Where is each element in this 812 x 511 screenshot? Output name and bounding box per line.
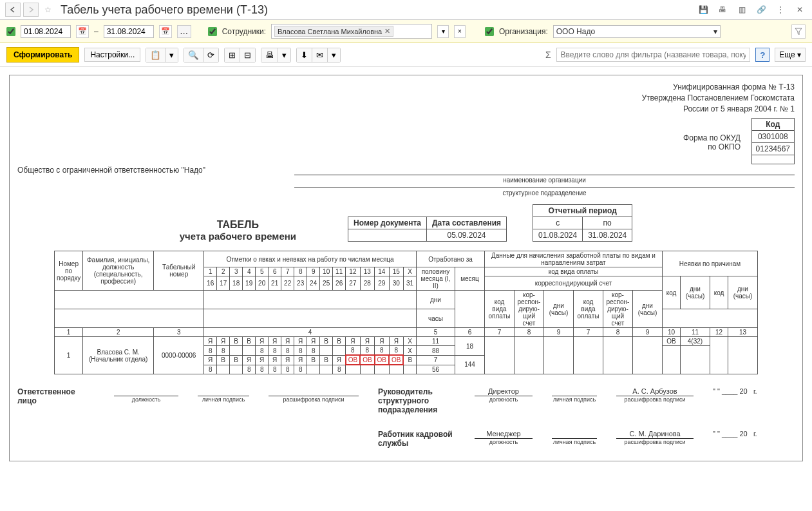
form-header: Унифицированная форма № Т-13 Утверждена … [14,82,798,114]
email-dropdown[interactable]: ▾ [328,48,340,62]
code-box: Код 0301008 01234567 [751,118,795,164]
preview-icon[interactable]: ▥ [735,3,749,17]
collapse-button[interactable]: ⊟ [240,48,255,62]
zoom-in-button[interactable]: 🔍 [184,48,203,62]
org-label: Организация: [499,27,548,36]
employees-clear-button[interactable]: × [454,25,466,38]
docnum-table: Номер документаДата составления 05.09.20… [348,217,507,242]
calendar-from-icon[interactable]: 📅 [76,25,89,38]
search-input[interactable] [556,48,751,62]
copy-dropdown[interactable]: ▾ [165,48,178,62]
help-button[interactable]: ? [755,48,770,62]
employees-check[interactable] [208,27,217,36]
print-dropdown[interactable]: ▾ [278,48,290,62]
employee-chip: Власова Светлана Михайловна ✕ [274,26,393,37]
kebab-icon[interactable]: ⋮ [773,3,788,17]
filter-bar: 📅 – 📅 … Сотрудники: Власова Светлана Мих… [0,20,812,43]
period-table: Отчетный период спо 01.08.202431.08.2024 [533,204,632,242]
employees-label: Сотрудники: [222,27,266,36]
star-icon[interactable]: ☆ [41,3,54,16]
sigma-icon[interactable]: Σ [545,50,551,60]
header-actions: 💾 🖶 ▥ 🔗 ⋮ ✕ [696,3,807,17]
close-icon[interactable]: ✕ [793,3,807,17]
more-button[interactable]: Еще ▾ [775,48,806,62]
timesheet-table: Номер по порядку Фамилия, инициалы, долж… [54,251,758,374]
link-icon[interactable]: 🔗 [754,3,768,17]
generate-button[interactable]: Сформировать [6,47,79,63]
document: Унифицированная форма № Т-13 Утверждена … [9,75,803,461]
copy-button[interactable]: 📋 [146,48,165,62]
calendar-to-icon[interactable]: 📅 [159,25,172,38]
date-to-input[interactable] [104,25,154,38]
chevron-down-icon: ▾ [713,27,717,36]
date-from-input[interactable] [21,25,71,38]
date-check[interactable] [6,27,15,36]
signature-block: Ответственное лицо должность личная подп… [14,374,798,414]
employees-dropdown-button[interactable]: ▾ [437,25,449,38]
meta-tables: ТАБЕЛЬ учета рабочего времени Номер доку… [14,204,798,242]
toolbar: Сформировать Настройки... 📋 ▾ 🔍 ⟳ ⊞ ⊟ 🖶 … [0,43,812,67]
settings-button[interactable]: Настройки... [84,48,140,62]
expand-button[interactable]: ⊞ [225,48,240,62]
header-bar: ☆ Табель учета рабочего времени (Т-13) 💾… [0,0,812,20]
title-block: ТАБЕЛЬ учета рабочего времени [180,219,296,242]
export-button[interactable]: ⬇ [297,48,312,62]
org-check[interactable] [485,27,494,36]
filter-icon[interactable] [791,24,806,39]
print-icon[interactable]: 🖶 [715,3,730,17]
page-title: Табель учета рабочего времени (Т-13) [61,3,694,17]
doc-scroll[interactable]: Унифицированная форма № Т-13 Утверждена … [0,67,812,507]
signature-block-2: Работник кадровой службы Менеджердолжнос… [14,414,798,448]
employees-select[interactable]: Власова Светлана Михайловна ✕ [271,24,432,39]
forward-button[interactable] [23,3,39,17]
refresh-button[interactable]: ⟳ [203,48,218,62]
print-button[interactable]: 🖶 [261,48,278,62]
chip-close-icon[interactable]: ✕ [384,27,390,35]
date-more-button[interactable]: … [177,25,191,38]
save-icon[interactable]: 💾 [696,3,710,17]
dash: – [94,27,99,36]
back-button[interactable] [5,3,21,17]
okud-label: Форма по ОКУД по ОКПО [14,133,798,151]
org-select[interactable]: ООО Надо ▾ [553,25,721,38]
email-button[interactable]: ✉ [312,48,328,62]
org-row: Общество с ограниченной ответственностью… [14,164,798,175]
